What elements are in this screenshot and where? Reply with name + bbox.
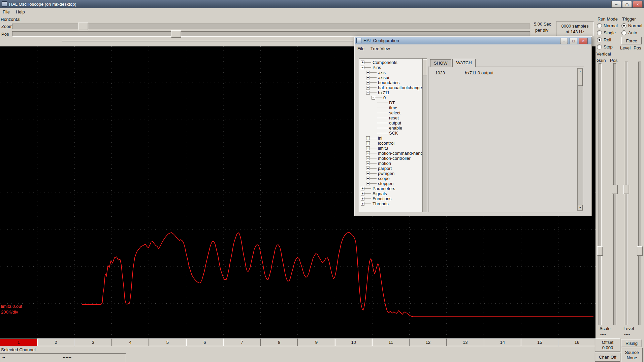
collapse-icon[interactable]: −: [366, 91, 370, 95]
minimize-icon[interactable]: ─: [611, 1, 621, 8]
tree-item-Signals[interactable]: +Signals: [359, 191, 422, 196]
close-icon[interactable]: ✕: [633, 1, 643, 8]
tree-item-pwmgen[interactable]: +pwmgen: [359, 171, 422, 176]
offset-button[interactable]: Offset 0.000: [595, 338, 620, 352]
tree-item-time[interactable]: time: [359, 105, 422, 110]
menu-help[interactable]: Help: [13, 9, 28, 15]
collapse-icon[interactable]: −: [372, 96, 375, 100]
tree-item-DT[interactable]: DT: [359, 100, 422, 105]
tree-item-iocontrol[interactable]: +iocontrol: [359, 141, 422, 146]
trigger-edge-button[interactable]: Rising: [621, 339, 642, 347]
tab-show[interactable]: SHOW: [430, 59, 451, 67]
tree-item-motion-controller[interactable]: +motion-controller: [359, 156, 422, 161]
tree-item-hal_manualtoolchange[interactable]: +hal_manualtoolchange: [359, 85, 422, 90]
expand-icon[interactable]: +: [366, 182, 370, 185]
tree-item-stepgen[interactable]: +stepgen: [359, 181, 422, 186]
radio-normal[interactable]: Normal: [621, 23, 642, 29]
tree-scrollbar-thumb[interactable]: [423, 59, 427, 75]
dialog-menu-file[interactable]: File: [355, 45, 368, 52]
dialog-close-icon[interactable]: ✕: [579, 38, 588, 44]
pos-slider-handle[interactable]: [171, 30, 181, 38]
radio-auto[interactable]: Auto: [621, 30, 642, 36]
dialog-menu-tree-view[interactable]: Tree View: [368, 45, 393, 52]
menu-file[interactable]: File: [0, 9, 13, 15]
channel-button-9[interactable]: 9: [298, 338, 335, 346]
expand-icon[interactable]: +: [366, 76, 370, 79]
expand-icon[interactable]: +: [366, 141, 370, 145]
tree-item-enable[interactable]: enable: [359, 125, 422, 131]
radio-normal[interactable]: Normal: [597, 23, 618, 29]
tree-item-limit3[interactable]: +limit3: [359, 146, 422, 151]
channel-button-13[interactable]: 13: [447, 338, 484, 346]
expand-icon[interactable]: +: [366, 172, 370, 175]
expand-icon[interactable]: +: [361, 197, 364, 201]
channel-button-8[interactable]: 8: [261, 338, 298, 346]
channel-button-11[interactable]: 11: [372, 338, 410, 346]
channel-button-7[interactable]: 7: [223, 338, 261, 346]
radio-roll[interactable]: Roll: [597, 37, 618, 43]
expand-icon[interactable]: +: [366, 146, 370, 150]
tree-item-Threads[interactable]: +Threads: [359, 201, 422, 206]
tree-item-boundaries[interactable]: +boundaries: [359, 80, 422, 85]
channel-button-4[interactable]: 4: [112, 338, 149, 346]
radio-stop[interactable]: Stop: [597, 44, 618, 50]
expand-icon[interactable]: +: [366, 156, 370, 160]
tree-item-Components[interactable]: +Components: [359, 60, 422, 65]
channel-button-15[interactable]: 15: [521, 338, 558, 346]
channel-button-3[interactable]: 3: [74, 338, 112, 346]
watch-scrollbar-thumb[interactable]: [578, 74, 583, 86]
channel-button-6[interactable]: 6: [186, 338, 224, 346]
tree-item-select[interactable]: select: [359, 110, 422, 115]
tree-item-axisui[interactable]: +axisui: [359, 75, 422, 80]
expand-icon[interactable]: +: [366, 86, 370, 89]
tree-item-output[interactable]: output: [359, 120, 422, 125]
expand-icon[interactable]: +: [361, 187, 364, 190]
tab-watch[interactable]: WATCH: [452, 59, 475, 67]
dialog-minimize-icon[interactable]: ─: [560, 38, 568, 44]
radio-single[interactable]: Single: [597, 30, 618, 36]
maximize-icon[interactable]: ▢: [622, 1, 632, 8]
tree-item-ini[interactable]: +ini: [359, 136, 422, 141]
tree-item-axis[interactable]: +axis: [359, 70, 422, 75]
trigger-pos-slider-handle[interactable]: [637, 246, 643, 256]
record-length-box[interactable]: 8000 samples at 143 Hz: [556, 22, 594, 36]
trigger-pos-slider-track[interactable]: [638, 62, 641, 325]
trigger-source-button[interactable]: Source None: [621, 348, 643, 362]
vertical-pos-slider-track[interactable]: [613, 63, 616, 325]
expand-icon[interactable]: +: [366, 151, 370, 155]
tree-item-parport[interactable]: +parport: [359, 166, 422, 171]
watch-scrollbar[interactable]: ▲ ▼: [577, 68, 583, 211]
expand-icon[interactable]: +: [366, 136, 370, 140]
expand-icon[interactable]: +: [366, 161, 370, 165]
tree-item-motion-command-handler[interactable]: +motion-command-handler: [359, 151, 422, 156]
title-bar[interactable]: HAL Oscilloscope (on mk-desktop) ─ ▢ ✕: [0, 0, 644, 8]
tree-item-Parameters[interactable]: +Parameters: [359, 186, 422, 191]
tree-scrollbar[interactable]: [422, 58, 427, 212]
expand-icon[interactable]: +: [366, 81, 370, 84]
vertical-gain-slider-track[interactable]: [599, 63, 602, 325]
tree-item-hx711[interactable]: −hx711: [359, 90, 422, 95]
tree-item-motion[interactable]: +motion: [359, 161, 422, 166]
scroll-down-icon[interactable]: ▼: [578, 205, 583, 210]
expand-icon[interactable]: +: [361, 61, 364, 64]
tree-item-0[interactable]: −0: [359, 95, 422, 100]
vertical-pos-slider-handle[interactable]: [612, 185, 618, 194]
expand-icon[interactable]: +: [361, 192, 364, 195]
tree-item-SCK[interactable]: SCK: [359, 131, 422, 136]
channel-button-14[interactable]: 14: [484, 338, 521, 346]
watch-row[interactable]: 1023hx711.0.output: [428, 70, 584, 76]
expand-icon[interactable]: +: [366, 71, 370, 74]
channel-button-16[interactable]: 16: [558, 338, 596, 346]
tree-item-Pins[interactable]: −Pins: [359, 65, 422, 70]
tree-item-reset[interactable]: reset: [359, 115, 422, 120]
channel-button-2[interactable]: 2: [37, 338, 75, 346]
zoom-slider-track[interactable]: [12, 24, 530, 29]
channel-button-5[interactable]: 5: [149, 338, 186, 346]
collapse-icon[interactable]: −: [361, 66, 364, 69]
vertical-gain-slider-handle[interactable]: [597, 246, 603, 256]
tree-item-Functions[interactable]: +Functions: [359, 196, 422, 201]
tree-item-scope[interactable]: +scope: [359, 176, 422, 181]
zoom-slider-handle[interactable]: [78, 23, 88, 30]
channel-button-10[interactable]: 10: [335, 338, 373, 346]
channel-button-1[interactable]: 1: [0, 338, 37, 346]
